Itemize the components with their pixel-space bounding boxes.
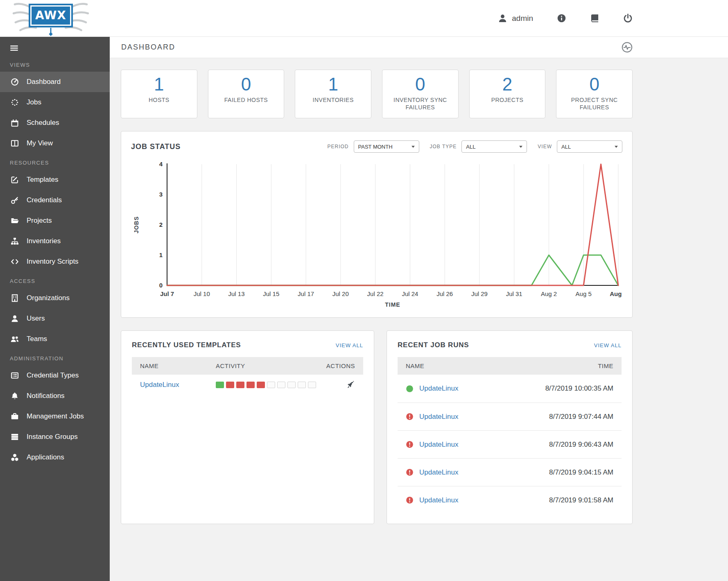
bottom-panels: RECENTLY USED TEMPLATES VIEW ALL NAMEACT… xyxy=(121,330,633,540)
table-row: UpdateLinux8/7/2019 9:04:15 AM xyxy=(398,458,622,486)
list-alt-icon xyxy=(10,371,20,380)
sidebar-item-users[interactable]: Users xyxy=(0,308,110,329)
job-status-title: JOB STATUS xyxy=(131,142,181,151)
activity-stream-button[interactable] xyxy=(622,42,633,53)
svg-text:Jul 31: Jul 31 xyxy=(506,290,522,297)
view-select[interactable]: ALL xyxy=(557,140,622,153)
svg-text:2: 2 xyxy=(159,221,163,228)
activity-square-failed xyxy=(236,382,244,388)
sidebar-item-inventory-scripts[interactable]: Inventory Scripts xyxy=(0,251,110,272)
sidebar-item-projects[interactable]: Projects xyxy=(0,210,110,231)
stat-value: 0 xyxy=(560,74,629,95)
sidebar-item-label: Instance Groups xyxy=(27,433,78,441)
activity-square-failed xyxy=(226,382,234,388)
activity-square-none xyxy=(287,382,296,388)
svg-text:Aug 2: Aug 2 xyxy=(541,290,557,297)
jobs-panel-head: RECENT JOB RUNS VIEW ALL xyxy=(387,331,632,357)
svg-text:TIME: TIME xyxy=(385,301,400,308)
awx-logo[interactable]: AWX xyxy=(10,0,92,36)
jobs-table-header: NAMETIME xyxy=(398,357,622,375)
svg-text:Jul 22: Jul 22 xyxy=(367,290,384,297)
job-run-time: 8/7/2019 9:07:44 AM xyxy=(549,413,613,421)
job-run-name-link[interactable]: UpdateLinux xyxy=(419,441,458,449)
templates-table-body: UpdateLinux xyxy=(132,375,363,395)
stat-card-inventories[interactable]: 1INVENTORIES xyxy=(295,70,371,118)
sidebar-item-my-view[interactable]: My View xyxy=(0,133,110,154)
sidebar-item-label: Credential Types xyxy=(27,371,79,380)
template-name-link[interactable]: UpdateLinux xyxy=(140,381,216,389)
nav-section-resources: RESOURCES xyxy=(0,154,110,170)
sidebar-item-applications[interactable]: Applications xyxy=(0,447,110,468)
job-type-select[interactable]: ALL xyxy=(461,140,527,153)
period-select[interactable]: PAST MONTH xyxy=(354,140,419,153)
sidebar-item-dashboard[interactable]: Dashboard xyxy=(0,72,110,92)
job-status-failed-icon xyxy=(406,441,414,448)
building-icon xyxy=(10,294,20,302)
job-run-name-link[interactable]: UpdateLinux xyxy=(419,384,458,393)
svg-text:Jul 24: Jul 24 xyxy=(402,290,418,297)
templates-view-all-link[interactable]: VIEW ALL xyxy=(336,342,363,348)
folder-open-icon xyxy=(10,217,20,225)
sidebar: VIEWSDashboardJobsSchedulesMy ViewRESOUR… xyxy=(0,37,110,581)
sidebar-item-teams[interactable]: Teams xyxy=(0,329,110,349)
stat-card-inventory-sync-failures[interactable]: 0INVENTORY SYNC FAILURES xyxy=(382,70,459,118)
sidebar-item-templates[interactable]: Templates xyxy=(0,170,110,190)
job-type-filter-label: JOB TYPE xyxy=(430,144,457,149)
job-run-time: 8/7/2019 9:04:15 AM xyxy=(549,468,613,477)
template-activity-sparkline xyxy=(216,382,316,388)
templates-panel-title: RECENTLY USED TEMPLATES xyxy=(132,341,241,349)
launch-template-button[interactable] xyxy=(347,381,355,389)
nav-section-views: VIEWS xyxy=(0,56,110,72)
job-run-name-link[interactable]: UpdateLinux xyxy=(419,413,458,421)
sidebar-item-inventories[interactable]: Inventories xyxy=(0,231,110,251)
docs-book-button[interactable] xyxy=(590,14,599,23)
stat-label: INVENTORY SYNC FAILURES xyxy=(386,96,455,112)
jobs-icon xyxy=(10,98,20,106)
select-value: ALL xyxy=(466,144,475,150)
user-menu[interactable]: admin xyxy=(498,14,533,23)
sidebar-item-notifications[interactable]: Notifications xyxy=(0,386,110,406)
cubes-icon xyxy=(10,453,20,461)
sidebar-item-label: My View xyxy=(27,139,53,147)
jobs-panel-title: RECENT JOB RUNS xyxy=(398,341,469,349)
stat-card-failed-hosts[interactable]: 0FAILED HOSTS xyxy=(208,70,285,118)
svg-text:Jul 10: Jul 10 xyxy=(194,290,210,297)
briefcase-icon xyxy=(10,412,20,420)
activity-square-none xyxy=(277,382,285,388)
sidebar-item-organizations[interactable]: Organizations xyxy=(0,288,110,308)
job-status-header: JOB STATUS PERIODPAST MONTHJOB TYPEALLVI… xyxy=(131,140,622,153)
job-run-time: 8/7/2019 9:06:43 AM xyxy=(549,441,613,449)
chevron-down-icon xyxy=(615,146,618,148)
jobs-view-all-link[interactable]: VIEW ALL xyxy=(594,342,622,348)
bell-icon xyxy=(10,392,20,400)
job-status-filters: PERIODPAST MONTHJOB TYPEALLVIEWALL xyxy=(317,140,622,153)
svg-text:Jul 17: Jul 17 xyxy=(298,290,314,297)
menu-toggle-button[interactable] xyxy=(0,37,28,56)
sidebar-item-credentials[interactable]: Credentials xyxy=(0,190,110,210)
stat-card-projects[interactable]: 2PROJECTS xyxy=(469,70,546,118)
sidebar-item-instance-groups[interactable]: Instance Groups xyxy=(0,427,110,447)
job-run-name-link[interactable]: UpdateLinux xyxy=(419,496,458,504)
table-row: UpdateLinux8/7/2019 10:00:35 AM xyxy=(398,375,622,402)
sidebar-item-credential-types[interactable]: Credential Types xyxy=(0,365,110,386)
svg-text:Jul 20: Jul 20 xyxy=(332,290,349,297)
breadcrumb: DASHBOARD xyxy=(121,43,175,52)
templates-table-header: NAMEACTIVITYACTIONS xyxy=(132,357,363,375)
logo-badge: AWX xyxy=(29,4,73,27)
about-info-button[interactable] xyxy=(557,14,566,23)
sidebar-item-management-jobs[interactable]: Management Jobs xyxy=(0,406,110,427)
stat-value: 0 xyxy=(212,74,281,95)
stat-card-project-sync-failures[interactable]: 0PROJECT SYNC FAILURES xyxy=(556,70,633,118)
sidebar-item-label: Teams xyxy=(27,335,47,343)
sidebar-item-jobs[interactable]: Jobs xyxy=(0,92,110,113)
stat-card-hosts[interactable]: 1HOSTS xyxy=(121,70,197,118)
dashboard-content: 1HOSTS0FAILED HOSTS1INVENTORIES0INVENTOR… xyxy=(110,58,633,540)
logout-power-button[interactable] xyxy=(623,14,633,23)
columns-icon xyxy=(10,139,20,147)
job-run-name-link[interactable]: UpdateLinux xyxy=(419,468,458,477)
sidebar-item-schedules[interactable]: Schedules xyxy=(0,113,110,133)
sitemap-icon xyxy=(10,237,20,245)
key-icon xyxy=(10,196,20,204)
svg-text:Jul 15: Jul 15 xyxy=(263,290,279,297)
job-run-time: 8/7/2019 9:01:58 AM xyxy=(549,496,613,504)
